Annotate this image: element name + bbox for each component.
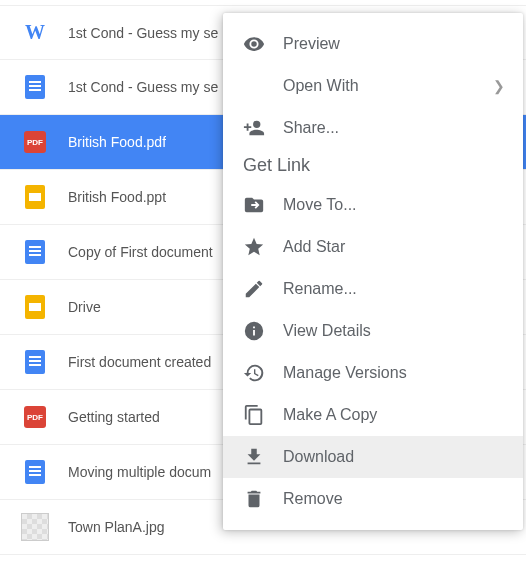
docs-icon [20,457,50,487]
docs-icon [20,237,50,267]
person-add-icon [243,117,265,139]
eye-icon [243,33,265,55]
trash-icon [243,488,265,510]
download-icon [243,446,265,468]
menu-download[interactable]: Download [223,436,523,478]
menu-rename[interactable]: Rename... [223,268,523,310]
pencil-icon [243,278,265,300]
word-icon: W [20,18,50,48]
menu-label: Open With [283,77,359,95]
menu-remove[interactable]: Remove [223,478,523,520]
context-menu: Preview Open With ❯ Share... Get Link Mo… [223,13,523,530]
menu-label: Move To... [283,196,357,214]
blank-icon [243,75,265,97]
pdf-icon: PDF [20,402,50,432]
file-name: British Food.pdf [68,134,166,150]
menu-label: Add Star [283,238,345,256]
menu-label: Download [283,448,354,466]
slides-icon [20,182,50,212]
docs-icon [20,72,50,102]
file-name: Town PlanA.jpg [68,519,165,535]
file-name: First document created [68,354,211,370]
copy-icon [243,404,265,426]
history-icon [243,362,265,384]
menu-label: Rename... [283,280,357,298]
menu-make-copy[interactable]: Make A Copy [223,394,523,436]
file-name: Copy of First document [68,244,213,260]
menu-label: View Details [283,322,371,340]
menu-preview[interactable]: Preview [223,23,523,65]
image-icon [20,512,50,542]
star-icon [243,236,265,258]
file-name: Moving multiple docum [68,464,211,480]
folder-move-icon [243,194,265,216]
menu-add-star[interactable]: Add Star [223,226,523,268]
menu-view-details[interactable]: View Details [223,310,523,352]
file-name: Drive [68,299,101,315]
file-name: 1st Cond - Guess my se [68,79,218,95]
pdf-icon: PDF [20,127,50,157]
menu-label: Preview [283,35,340,53]
menu-share[interactable]: Share... [223,107,523,149]
menu-manage-versions[interactable]: Manage Versions [223,352,523,394]
file-name: 1st Cond - Guess my se [68,25,218,41]
file-name: Getting started [68,409,160,425]
menu-label: Manage Versions [283,364,407,382]
menu-label: Remove [283,490,343,508]
chevron-right-icon: ❯ [493,78,505,94]
docs-icon [20,347,50,377]
menu-move-to[interactable]: Move To... [223,184,523,226]
menu-label: Make A Copy [283,406,377,424]
file-name: British Food.ppt [68,189,166,205]
info-icon [243,320,265,342]
get-link-label[interactable]: Get Link [223,149,523,184]
slides-icon [20,292,50,322]
menu-label: Share... [283,119,339,137]
menu-open-with[interactable]: Open With ❯ [223,65,523,107]
